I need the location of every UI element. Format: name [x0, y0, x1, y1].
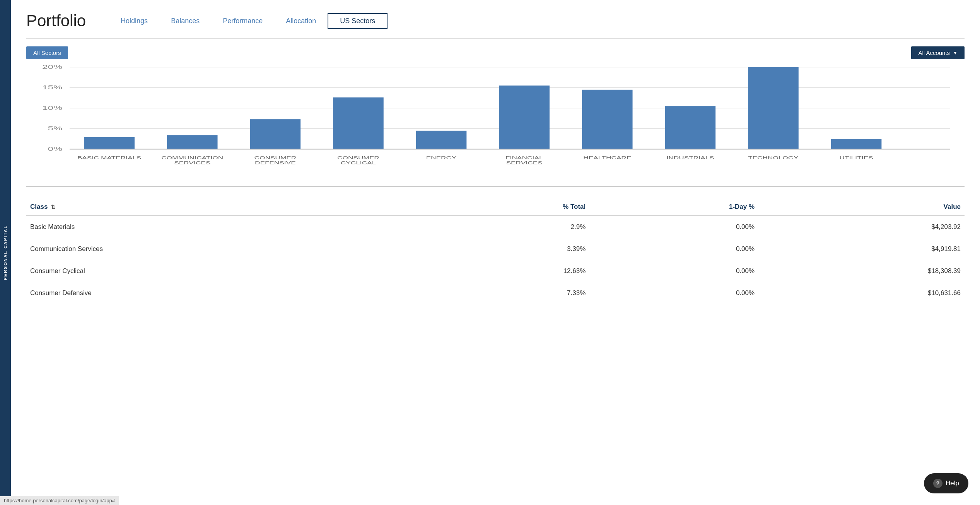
svg-text:HEALTHCARE: HEALTHCARE	[583, 155, 631, 160]
cell-pct-total: 2.9%	[434, 216, 590, 238]
svg-rect-28	[665, 106, 716, 149]
cell-value: $18,308.39	[758, 260, 965, 282]
svg-rect-10	[84, 137, 135, 149]
nav-tabs: Holdings Balances Performance Allocation…	[109, 13, 965, 29]
sidebar-label: Personal Capital	[3, 225, 8, 280]
help-button[interactable]: ? Help	[924, 473, 968, 493]
controls-row: All Sectors All Accounts ▼	[26, 46, 965, 59]
table-row: Consumer Cyclical 12.63% 0.00% $18,308.3…	[26, 260, 965, 282]
svg-rect-23	[499, 85, 550, 149]
help-label: Help	[946, 479, 959, 487]
svg-rect-30	[748, 67, 799, 149]
svg-text:TECHNOLOGY: TECHNOLOGY	[748, 155, 798, 160]
cell-value: $4,203.92	[758, 216, 965, 238]
svg-text:BASIC MATERIALS: BASIC MATERIALS	[77, 155, 141, 160]
tab-balances[interactable]: Balances	[159, 14, 211, 28]
table-row: Communication Services 3.39% 0.00% $4,91…	[26, 238, 965, 260]
cell-pct-total: 7.33%	[434, 282, 590, 304]
col-header-one-day: 1-Day %	[589, 198, 758, 216]
svg-rect-12	[167, 135, 218, 149]
svg-text:FINANCIAL: FINANCIAL	[505, 155, 543, 160]
svg-rect-32	[831, 139, 882, 149]
tab-holdings[interactable]: Holdings	[109, 14, 159, 28]
tab-allocation[interactable]: Allocation	[274, 14, 328, 28]
cell-class: Basic Materials	[26, 216, 434, 238]
cell-class: Consumer Cyclical	[26, 260, 434, 282]
svg-text:INDUSTRIALS: INDUSTRIALS	[666, 155, 714, 160]
sidebar: Personal Capital	[0, 0, 11, 505]
chart-svg: 20% 15% 10% 5% 0% BASIC MATERIALS COMMUN…	[26, 63, 965, 186]
status-bar: https://home.personalcapital.com/page/lo…	[0, 496, 119, 505]
svg-text:CONSUMER: CONSUMER	[337, 155, 379, 160]
table-row: Basic Materials 2.9% 0.00% $4,203.92	[26, 216, 965, 238]
all-accounts-button[interactable]: All Accounts ▼	[911, 46, 965, 59]
svg-text:ENERGY: ENERGY	[426, 155, 457, 160]
svg-rect-15	[250, 119, 301, 149]
cell-pct-total: 12.63%	[434, 260, 590, 282]
question-icon: ?	[933, 479, 942, 488]
svg-text:CONSUMER: CONSUMER	[254, 155, 296, 160]
sectors-table: Class ⇅ % Total 1-Day % Value Basic Mate…	[26, 198, 965, 304]
svg-text:SERVICES: SERVICES	[174, 160, 210, 165]
cell-value: $10,631.66	[758, 282, 965, 304]
svg-text:10%: 10%	[42, 105, 62, 111]
cell-one-day: 0.00%	[589, 282, 758, 304]
tab-us-sectors[interactable]: US Sectors	[328, 13, 388, 29]
svg-rect-18	[333, 97, 384, 149]
col-header-value: Value	[758, 198, 965, 216]
svg-rect-26	[582, 90, 633, 149]
cell-pct-total: 3.39%	[434, 238, 590, 260]
bar-chart: 20% 15% 10% 5% 0% BASIC MATERIALS COMMUN…	[26, 63, 965, 187]
cell-one-day: 0.00%	[589, 216, 758, 238]
svg-text:5%: 5%	[48, 125, 63, 132]
col-header-pct-total: % Total	[434, 198, 590, 216]
status-url: https://home.personalcapital.com/page/lo…	[4, 498, 115, 503]
svg-text:UTILITIES: UTILITIES	[840, 155, 873, 160]
svg-text:15%: 15%	[42, 84, 62, 91]
svg-rect-21	[416, 131, 467, 149]
cell-class: Communication Services	[26, 238, 434, 260]
cell-value: $4,919.81	[758, 238, 965, 260]
page-title: Portfolio	[26, 12, 86, 30]
chevron-down-icon: ▼	[953, 50, 958, 56]
svg-text:20%: 20%	[42, 64, 62, 70]
svg-text:DEFENSIVE: DEFENSIVE	[255, 160, 296, 165]
main-content: Portfolio Holdings Balances Performance …	[11, 0, 980, 505]
table-row: Consumer Defensive 7.33% 0.00% $10,631.6…	[26, 282, 965, 304]
tab-performance[interactable]: Performance	[211, 14, 274, 28]
all-sectors-button[interactable]: All Sectors	[26, 46, 68, 59]
cell-one-day: 0.00%	[589, 238, 758, 260]
sort-icon: ⇅	[51, 204, 55, 210]
svg-text:CYCLICAL: CYCLICAL	[341, 160, 376, 165]
svg-text:COMMUNICATION: COMMUNICATION	[161, 155, 223, 160]
cell-class: Consumer Defensive	[26, 282, 434, 304]
col-header-class[interactable]: Class ⇅	[26, 198, 434, 216]
accounts-label: All Accounts	[918, 49, 950, 56]
svg-text:0%: 0%	[48, 146, 63, 152]
svg-text:SERVICES: SERVICES	[506, 160, 543, 165]
cell-one-day: 0.00%	[589, 260, 758, 282]
page-header: Portfolio Holdings Balances Performance …	[26, 12, 965, 39]
